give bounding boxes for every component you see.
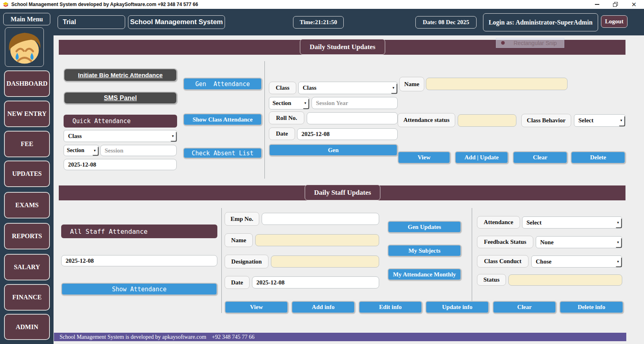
gen-updates-button[interactable]: Gen Updates <box>388 221 461 233</box>
my-subjects-button[interactable]: My Subjects <box>388 245 461 257</box>
roll-no-label: Roll No. <box>269 111 304 124</box>
my-attendance-monthly-button[interactable]: My Attendance Monthly <box>388 268 461 280</box>
chevron-down-icon: ▼ <box>170 131 176 141</box>
chevron-down-icon: ▼ <box>390 83 396 93</box>
student-name-field[interactable] <box>426 78 568 90</box>
student-delete-button[interactable]: Delete <box>571 151 625 164</box>
student-clear-button[interactable]: Clear <box>513 151 568 164</box>
student-name-label: Name <box>399 77 424 91</box>
sidebar-item-updates[interactable]: UPDATES <box>4 161 50 187</box>
chevron-down-icon: ▼ <box>615 237 621 247</box>
chevron-down-icon: ▼ <box>615 218 621 227</box>
trial-badge: Trial <box>58 15 125 29</box>
emp-no-input[interactable] <box>262 213 379 225</box>
staff-date-input[interactable] <box>252 276 379 288</box>
snip-label: Rectangular Snip <box>514 40 557 46</box>
quick-class-select[interactable]: Class ▼ <box>64 130 177 142</box>
sidebar-item-admin[interactable]: ADMIN <box>4 314 50 340</box>
staff-name-label: Name <box>225 233 253 247</box>
session-year-input[interactable] <box>312 97 398 109</box>
chevron-down-icon: ▼ <box>302 98 308 108</box>
class-conduct-select[interactable]: Chose ▼ <box>531 255 622 268</box>
time-badge: Time:21:21:50 <box>293 16 344 29</box>
login-as-badge: Login as: Administrator-SuperAdmin <box>483 13 598 31</box>
show-attendance-button[interactable]: Show Attendance <box>61 283 217 295</box>
footer-bar: School Management System is developed by… <box>54 333 626 341</box>
chevron-down-icon: ▼ <box>92 146 98 155</box>
os-title-bar: School Management System developed by Ap… <box>0 0 644 9</box>
logout-button[interactable]: Logout <box>601 15 627 28</box>
attendance-status-label: Attendance status <box>398 113 455 127</box>
staff-update-info-button[interactable]: Update info <box>425 301 489 313</box>
staff-separator-right <box>472 208 472 313</box>
staff-date-label: Date <box>225 276 250 289</box>
student-add-update-button[interactable]: Add | Update <box>455 151 508 164</box>
snip-dot-icon <box>501 41 505 45</box>
student-separator <box>264 61 265 179</box>
feedback-status-label: Feedback Status <box>477 236 533 248</box>
staff-edit-info-button[interactable]: Edit info <box>359 301 422 313</box>
student-class-select[interactable]: Class ▼ <box>298 82 398 94</box>
avatar <box>5 27 44 67</box>
quick-attendance-label: Quick Attendance <box>64 115 177 128</box>
status-label: Status <box>477 274 506 286</box>
student-date-label: Date <box>269 128 295 140</box>
student-date-input[interactable] <box>297 128 398 140</box>
sidebar-item-exams[interactable]: EXAMS <box>4 192 50 218</box>
sidebar-item-dashboard[interactable]: DASHBOARD <box>4 70 50 97</box>
student-class-label: Class <box>269 82 296 94</box>
class-conduct-label: Class Conduct <box>477 255 528 268</box>
sidebar-item-reports[interactable]: REPORTS <box>4 223 50 249</box>
crying-face-avatar <box>6 29 43 66</box>
roll-no-input[interactable] <box>307 112 398 124</box>
chevron-down-icon: ▼ <box>618 115 624 126</box>
app-window: School Management System developed by Ap… <box>0 0 644 344</box>
show-class-attendance-button[interactable]: Show Class Attendance <box>183 113 262 126</box>
sidebar-item-new-entry[interactable]: NEW ENTRY <box>4 101 50 127</box>
date-badge: Date: 08 Dec 2025 <box>415 16 477 29</box>
snip-tool-artifact: Rectangular Snip <box>496 38 564 48</box>
class-behavior-select[interactable]: Select ▼ <box>574 114 625 127</box>
staff-separator-left <box>221 208 222 313</box>
staff-clear-button[interactable]: Clear <box>493 301 556 313</box>
attendance-status-field[interactable] <box>458 114 516 127</box>
class-behavior-label: Class Behavior <box>521 114 571 127</box>
app-icon <box>2 1 9 8</box>
gen-button[interactable]: Gen <box>269 144 398 156</box>
minimize-icon[interactable] <box>588 0 606 9</box>
main-menu-button[interactable]: Main Menu <box>3 13 50 25</box>
status-field[interactable] <box>508 274 622 286</box>
sidebar-item-finance[interactable]: FINANCE <box>4 284 50 311</box>
initiate-biometric-button[interactable]: Initiate Bio Metric Attendance <box>64 68 177 82</box>
student-view-button[interactable]: View <box>398 151 450 164</box>
staff-view-button[interactable]: View <box>225 301 288 313</box>
sidebar-item-fee[interactable]: FEE <box>4 131 50 157</box>
staff-add-info-button[interactable]: Add info <box>291 301 355 313</box>
quick-section-select[interactable]: Section ▼ <box>64 145 99 156</box>
app-name-badge: School Management System <box>128 15 225 29</box>
staff-name-field[interactable] <box>255 234 379 246</box>
check-absent-list-button[interactable]: Check Absent List <box>183 148 262 159</box>
feedback-status-select[interactable]: None ▼ <box>536 236 622 248</box>
student-section-select[interactable]: Section ▼ <box>269 97 310 109</box>
staff-attendance-label: Attendance <box>477 216 520 229</box>
restore-icon[interactable] <box>606 0 625 9</box>
all-staff-attendance-label: All Staff Attendance <box>61 225 217 238</box>
staff-attendance-select[interactable]: Select ▼ <box>522 216 622 229</box>
staff-date-filter-input[interactable] <box>61 255 217 266</box>
sidebar-item-salary[interactable]: SALARY <box>4 254 50 280</box>
sms-panel-button[interactable]: SMS Panel <box>64 92 177 104</box>
quick-session-input[interactable] <box>100 145 177 156</box>
designation-label: Designation <box>225 255 268 268</box>
staff-delete-info-button[interactable]: Delete info <box>559 301 623 313</box>
designation-field[interactable] <box>271 255 379 268</box>
chevron-down-icon: ▼ <box>615 257 621 266</box>
window-title: School Management System developed by Ap… <box>11 0 198 9</box>
staff-section-title: Daily Staff Updates <box>305 185 380 200</box>
quick-date-input[interactable] <box>64 159 177 170</box>
close-icon[interactable]: × <box>625 0 643 9</box>
emp-no-label: Emp No. <box>225 212 259 226</box>
student-section-title: Daily Student Updates <box>300 39 385 55</box>
gen-attendance-button[interactable]: Gen Attendance <box>183 78 262 90</box>
